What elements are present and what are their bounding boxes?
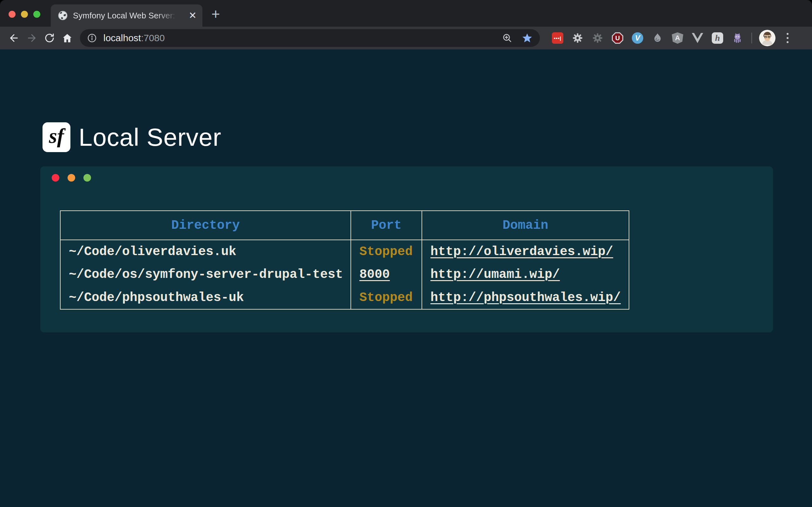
- column-header-port: Port: [351, 211, 422, 240]
- address-bar[interactable]: localhost:7080: [80, 29, 540, 47]
- home-button[interactable]: [58, 29, 76, 47]
- card-dot-green: [84, 174, 91, 181]
- tab-title: Symfony Local Web Server: Prox: [73, 11, 177, 20]
- server-card: Directory Port Domain ~/Code/oliverdavie…: [40, 166, 773, 332]
- gear-disabled-extension-icon[interactable]: [592, 32, 603, 44]
- port-status-cell: Stopped: [351, 286, 422, 309]
- vue-extension-icon[interactable]: [692, 32, 703, 44]
- globe-favicon-icon: [58, 10, 68, 20]
- column-header-domain: Domain: [422, 211, 629, 240]
- reload-icon: [44, 32, 55, 44]
- domain-link[interactable]: http://oliverdavies.wip/: [430, 245, 613, 259]
- back-arrow-icon: [8, 32, 20, 44]
- active-tab[interactable]: Symfony Local Web Server: Prox ✕: [51, 4, 202, 26]
- back-button[interactable]: [5, 29, 23, 47]
- bookmark-star-icon[interactable]: [521, 32, 533, 44]
- chrome-frame: Symfony Local Web Server: Prox ✕ +: [0, 0, 812, 507]
- card-window-dots: [52, 174, 91, 181]
- window-controls: [9, 11, 40, 18]
- url-host: localhost: [103, 33, 141, 43]
- new-tab-button[interactable]: +: [208, 7, 223, 22]
- domain-link[interactable]: http://phpsouthwales.wip/: [430, 291, 621, 305]
- table-row: ~/Code/os/symfony-server-drupal-test 800…: [60, 263, 629, 286]
- forward-arrow-icon: [26, 32, 38, 44]
- page-title: Local Server: [79, 123, 221, 152]
- symfony-logo: sf: [43, 122, 70, 152]
- extension-icons: •••|: [552, 32, 743, 44]
- zoom-icon[interactable]: [502, 33, 513, 43]
- home-icon: [61, 32, 73, 44]
- vimium-extension-icon[interactable]: V: [632, 32, 643, 44]
- domain-link[interactable]: http://umami.wip/: [430, 268, 560, 282]
- close-tab-icon[interactable]: ✕: [189, 11, 197, 20]
- page-info-icon[interactable]: [87, 33, 97, 43]
- card-dot-orange: [67, 174, 75, 181]
- toolbar-divider: [751, 33, 752, 43]
- honey-extension-icon[interactable]: h: [712, 32, 723, 44]
- drupal-extension-icon[interactable]: [652, 32, 663, 44]
- angular-extension-icon[interactable]: A: [672, 32, 683, 44]
- table-header-row: Directory Port Domain: [60, 211, 629, 240]
- card-dot-red: [52, 174, 59, 181]
- lastpass-extension-icon[interactable]: •••|: [552, 32, 563, 44]
- page-content: sf Local Server Directory: [0, 49, 812, 507]
- forward-button[interactable]: [23, 29, 41, 47]
- ublock-origin-extension-icon[interactable]: U: [612, 32, 623, 44]
- browser-toolbar: localhost:7080 •••|: [0, 26, 812, 49]
- url-port: :7080: [141, 33, 165, 43]
- proxy-table: Directory Port Domain ~/Code/oliverdavie…: [60, 210, 629, 309]
- port-status-cell: Stopped: [351, 240, 422, 263]
- minimize-window-button[interactable]: [21, 11, 28, 18]
- close-window-button[interactable]: [9, 11, 15, 18]
- reload-button[interactable]: [41, 29, 58, 47]
- profile-avatar[interactable]: [759, 30, 775, 46]
- octocat-extension-icon[interactable]: [732, 32, 743, 44]
- directory-cell: ~/Code/os/symfony-server-drupal-test: [60, 263, 351, 286]
- gear-extension-icon[interactable]: [572, 32, 583, 44]
- brand-header: sf Local Server: [43, 122, 221, 152]
- symfony-sf-glyph: sf: [49, 124, 64, 151]
- directory-cell: ~/Code/oliverdavies.uk: [60, 240, 351, 263]
- browser-menu-button[interactable]: [780, 31, 795, 45]
- url-text[interactable]: localhost:7080: [103, 33, 165, 43]
- table-row: ~/Code/phpsouthwales-uk Stopped http://p…: [60, 286, 629, 309]
- tab-strip: Symfony Local Web Server: Prox ✕ +: [0, 0, 812, 26]
- port-link[interactable]: 8000: [359, 268, 390, 282]
- zoom-window-button[interactable]: [33, 11, 40, 18]
- browser-window: Symfony Local Web Server: Prox ✕ +: [0, 0, 812, 507]
- directory-cell: ~/Code/phpsouthwales-uk: [60, 286, 351, 309]
- column-header-directory: Directory: [60, 211, 351, 240]
- table-row: ~/Code/oliverdavies.uk Stopped http://ol…: [60, 240, 629, 263]
